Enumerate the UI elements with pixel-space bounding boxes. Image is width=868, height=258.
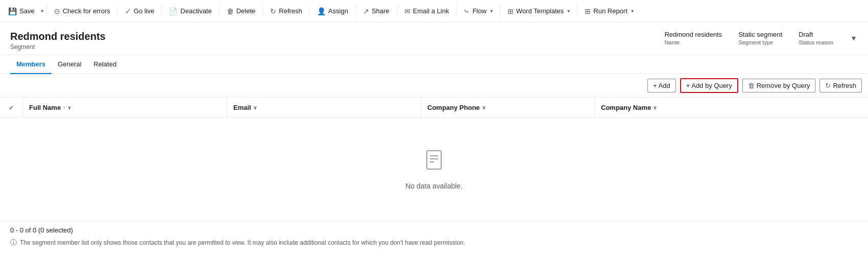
table-header: ✓ Full Name ↑ ∨ Email ∨ Company Phone ∨ … bbox=[0, 98, 868, 118]
refresh-icon: ↻ bbox=[270, 7, 276, 15]
refresh-button[interactable]: ↻ Refresh bbox=[266, 5, 306, 18]
footer: 0 - 0 of 0 (0 selected) ⓘ The segment me… bbox=[0, 221, 868, 252]
divider-9 bbox=[456, 5, 456, 17]
divider-1 bbox=[46, 5, 47, 17]
check-icon: ✓ bbox=[9, 104, 14, 111]
full-name-sort-asc-icon: ↑ bbox=[63, 105, 65, 110]
no-data-icon bbox=[423, 149, 445, 176]
go-live-icon: ✓ bbox=[125, 7, 131, 15]
run-report-dropdown-icon: ▾ bbox=[631, 8, 634, 14]
page-header: Redmond residents Segment Redmond reside… bbox=[0, 22, 868, 55]
run-report-icon: ⊞ bbox=[585, 7, 591, 15]
share-icon: ↗ bbox=[363, 7, 369, 15]
divider-5 bbox=[262, 5, 263, 17]
tabs-bar: Members General Related bbox=[0, 55, 868, 74]
company-phone-filter-icon: ∨ bbox=[482, 105, 486, 110]
no-data-text: No data available. bbox=[405, 182, 463, 190]
delete-button[interactable]: 🗑 Delete bbox=[223, 5, 260, 18]
flow-button[interactable]: ⤷ Flow ▾ bbox=[460, 5, 496, 18]
th-full-name[interactable]: Full Name ↑ ∨ bbox=[22, 98, 227, 118]
info-icon: ⓘ bbox=[10, 238, 17, 247]
content-refresh-button[interactable]: ↻ Refresh bbox=[819, 79, 862, 92]
meta-segment-type: Static segment Segment type bbox=[738, 31, 782, 45]
page-subtitle: Segment bbox=[10, 43, 106, 51]
meta-status-reason-value: Draft bbox=[799, 31, 833, 38]
meta-name: Redmond residents Name bbox=[664, 31, 722, 45]
check-errors-icon: ⊙ bbox=[54, 7, 60, 15]
share-button[interactable]: ↗ Share bbox=[359, 5, 394, 18]
word-templates-icon: ⊞ bbox=[508, 7, 514, 15]
content-area: + Add + Add by Query 🗑 Remove by Query ↻… bbox=[0, 74, 868, 221]
remove-by-query-button[interactable]: 🗑 Remove by Query bbox=[742, 79, 816, 92]
flow-dropdown-icon: ▾ bbox=[490, 8, 493, 14]
deactivate-icon: 📄 bbox=[169, 7, 178, 15]
divider-4 bbox=[219, 5, 220, 17]
page-meta: Redmond residents Name Static segment Se… bbox=[664, 31, 833, 45]
record-count: 0 - 0 of 0 (0 selected) bbox=[10, 226, 858, 234]
page-title: Redmond residents bbox=[10, 31, 106, 42]
full-name-filter-icon: ∨ bbox=[67, 105, 71, 110]
run-report-button[interactable]: ⊞ Run Report ▾ bbox=[581, 5, 637, 18]
word-templates-dropdown-icon: ▾ bbox=[567, 8, 570, 14]
page-title-area: Redmond residents Segment bbox=[10, 31, 106, 51]
divider-10 bbox=[500, 5, 500, 17]
empty-state: No data available. bbox=[0, 118, 868, 221]
assign-button[interactable]: 👤 Assign bbox=[313, 5, 352, 18]
tab-related[interactable]: Related bbox=[87, 55, 123, 74]
meta-segment-type-value: Static segment bbox=[738, 31, 782, 38]
footer-info-text: The segment member list only shows those… bbox=[20, 239, 465, 246]
save-button[interactable]: 💾 Save bbox=[4, 5, 39, 18]
save-icon: 💾 bbox=[8, 7, 17, 15]
tab-members[interactable]: Members bbox=[10, 55, 52, 74]
word-templates-button[interactable]: ⊞ Word Templates ▾ bbox=[503, 5, 574, 18]
action-bar: + Add + Add by Query 🗑 Remove by Query ↻… bbox=[0, 74, 868, 98]
assign-icon: 👤 bbox=[317, 7, 326, 15]
delete-icon: 🗑 bbox=[227, 7, 234, 15]
th-checkbox[interactable]: ✓ bbox=[0, 104, 22, 111]
meta-status-reason: Draft Status reason bbox=[799, 31, 833, 45]
meta-name-value: Redmond residents bbox=[664, 31, 722, 38]
company-name-filter-icon: ∨ bbox=[653, 105, 657, 110]
add-button[interactable]: + Add bbox=[647, 79, 676, 92]
divider-6 bbox=[309, 5, 310, 17]
page-header-right: Redmond residents Name Static segment Se… bbox=[664, 31, 858, 45]
svg-rect-0 bbox=[427, 151, 441, 169]
meta-name-label: Name bbox=[664, 39, 722, 45]
divider-3 bbox=[161, 5, 162, 17]
remove-by-query-icon: 🗑 bbox=[748, 82, 755, 89]
meta-status-reason-label: Status reason bbox=[799, 39, 833, 45]
footer-info: ⓘ The segment member list only shows tho… bbox=[10, 238, 858, 247]
divider-7 bbox=[355, 5, 356, 17]
toolbar: 💾 Save ▾ ⊙ Check for errors ✓ Go live 📄 … bbox=[0, 0, 868, 22]
th-email[interactable]: Email ∨ bbox=[227, 98, 421, 118]
tab-general[interactable]: General bbox=[52, 55, 87, 74]
add-by-query-button[interactable]: + Add by Query bbox=[680, 78, 738, 93]
divider-2 bbox=[117, 5, 118, 17]
th-company-name[interactable]: Company Name ∨ bbox=[594, 98, 868, 118]
check-errors-button[interactable]: ⊙ Check for errors bbox=[50, 5, 114, 18]
content-refresh-icon: ↻ bbox=[825, 82, 831, 89]
meta-segment-type-label: Segment type bbox=[738, 39, 782, 45]
email-link-icon: ✉ bbox=[404, 7, 411, 15]
flow-icon: ⤷ bbox=[464, 7, 470, 15]
th-company-phone[interactable]: Company Phone ∨ bbox=[421, 98, 594, 118]
email-link-button[interactable]: ✉ Email a Link bbox=[400, 5, 453, 18]
save-dropdown-icon[interactable]: ▾ bbox=[41, 8, 43, 14]
expand-button[interactable]: ▾ bbox=[850, 31, 858, 45]
divider-11 bbox=[577, 5, 577, 17]
email-filter-icon: ∨ bbox=[253, 105, 257, 110]
deactivate-button[interactable]: 📄 Deactivate bbox=[165, 5, 215, 18]
go-live-button[interactable]: ✓ Go live bbox=[121, 5, 158, 18]
divider-8 bbox=[397, 5, 397, 17]
